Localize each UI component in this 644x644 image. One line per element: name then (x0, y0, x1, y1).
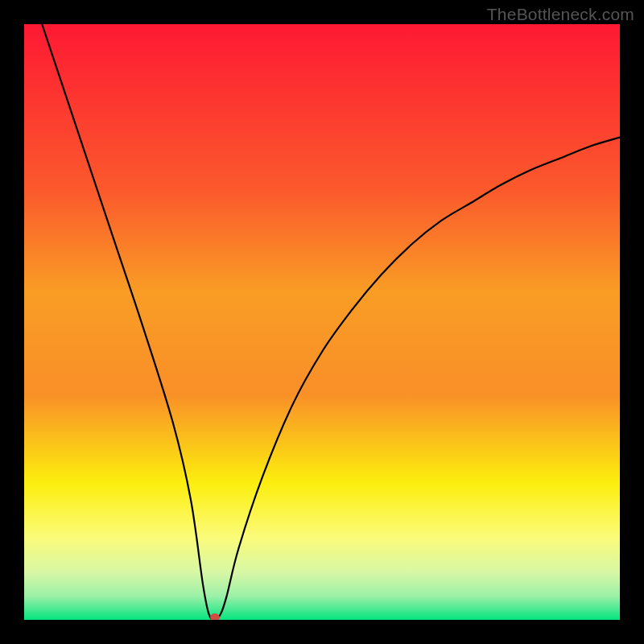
watermark-text: TheBottleneck.com (487, 5, 634, 24)
chart-frame: TheBottleneck.com (0, 0, 644, 644)
plot-area (24, 24, 620, 620)
bottleneck-curve (24, 24, 620, 620)
minimum-marker (210, 613, 220, 620)
